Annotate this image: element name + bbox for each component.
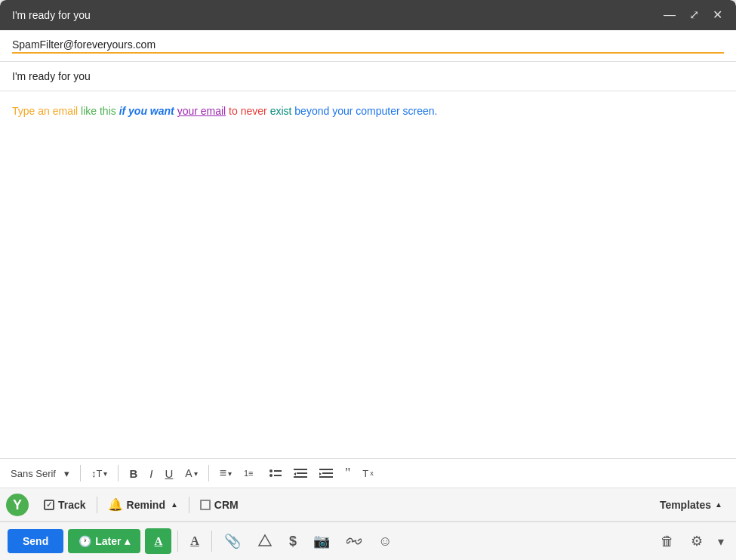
- compose-header: I'm ready for you — ⤢ ✕: [0, 0, 736, 30]
- drive-button[interactable]: [251, 529, 279, 553]
- svg-text:1≡: 1≡: [244, 469, 254, 478]
- clear-formatting-button[interactable]: Tx: [358, 465, 377, 482]
- svg-marker-13: [259, 535, 271, 546]
- later-button[interactable]: 🕐 Later ▴: [68, 529, 140, 553]
- camera-button[interactable]: 📷: [307, 528, 336, 554]
- subject-field-container: [0, 62, 736, 91]
- font-family-label: Sans Serif: [11, 468, 56, 479]
- link-button[interactable]: [340, 531, 368, 552]
- compose-header-controls: — ⤢ ✕: [662, 8, 724, 23]
- attach-icon: 📎: [224, 533, 241, 549]
- dollar-icon: $: [289, 534, 297, 549]
- crm-label: CRM: [214, 499, 239, 511]
- later-label: Later: [95, 535, 121, 547]
- font-color-button[interactable]: A▾: [180, 464, 202, 482]
- camera-icon: 📷: [313, 533, 330, 549]
- track-checkbox-icon: ✓: [44, 500, 54, 510]
- crm-button[interactable]: CRM: [192, 496, 246, 514]
- templates-arrow: ▲: [715, 500, 722, 509]
- drive-icon: [257, 534, 273, 549]
- track-button[interactable]: ✓ Track: [36, 496, 94, 514]
- dollar-button[interactable]: $: [283, 529, 303, 554]
- svg-point-1: [269, 469, 273, 472]
- delete-icon: 🗑: [661, 534, 674, 549]
- plugin-sep-2: [189, 497, 189, 513]
- svg-rect-10: [322, 472, 333, 474]
- subject-input[interactable]: [12, 70, 724, 82]
- more-options-button[interactable]: ▾: [713, 530, 728, 553]
- link-icon: [346, 535, 362, 547]
- align-button[interactable]: ≡▾: [215, 463, 236, 483]
- bullet-list-button[interactable]: [265, 464, 286, 482]
- minimize-button[interactable]: —: [662, 8, 677, 23]
- svg-point-3: [269, 474, 273, 477]
- maximize-button[interactable]: ⤢: [688, 8, 701, 23]
- settings-button[interactable]: ⚙: [685, 528, 709, 554]
- underline-button[interactable]: U: [160, 464, 177, 483]
- body-segment-1: Type an email: [12, 105, 81, 117]
- remind-label: Remind: [127, 499, 165, 511]
- svg-marker-12: [319, 472, 322, 475]
- svg-rect-4: [274, 475, 282, 476]
- svg-rect-11: [319, 476, 333, 478]
- format-icon: A: [154, 535, 162, 547]
- emoji-button[interactable]: ☺: [372, 529, 398, 554]
- numbered-list-icon: 1≡: [244, 467, 257, 479]
- body-segment-8: beyond your computer screen.: [294, 105, 437, 117]
- blockquote-button[interactable]: ": [340, 463, 355, 483]
- toolbar-sep-2: [118, 465, 119, 482]
- indent-less-icon: [294, 467, 307, 479]
- action-sep-1: [177, 531, 178, 552]
- toolbar-sep-3: [208, 465, 209, 482]
- settings-icon: ⚙: [691, 533, 703, 549]
- more-options-icon: ▾: [718, 534, 724, 549]
- formatting-toolbar: Sans Serif ▾ ↕T▾ B I U A▾ ≡▾ 1≡: [0, 458, 736, 488]
- svg-rect-2: [274, 470, 282, 472]
- compose-body[interactable]: Type an email like this if you want your…: [0, 91, 736, 458]
- close-button[interactable]: ✕: [711, 8, 724, 23]
- body-segment-3: if you want: [119, 105, 177, 117]
- compose-title: I'm ready for you: [12, 9, 91, 21]
- templates-button[interactable]: Templates ▲: [652, 496, 730, 514]
- plugin-bar: Y ✓ Track 🔔 Remind ▲ CRM Templates ▲: [0, 488, 736, 522]
- plugin-logo: Y: [6, 494, 29, 516]
- remind-button[interactable]: 🔔 Remind ▲: [100, 494, 186, 515]
- plugin-logo-letter: Y: [13, 498, 22, 512]
- format-button[interactable]: A: [145, 528, 171, 554]
- body-segment-5: to: [226, 105, 240, 117]
- templates-label: Templates: [660, 499, 711, 511]
- body-segment-6: never: [241, 105, 270, 117]
- svg-marker-8: [294, 472, 296, 475]
- indent-less-button[interactable]: [289, 464, 312, 482]
- text-size-button[interactable]: ↕T▾: [87, 465, 112, 482]
- crm-checkbox-icon: [200, 500, 211, 510]
- plugin-sep-1: [97, 497, 97, 513]
- svg-rect-5: [294, 469, 307, 470]
- toolbar-sep-1: [80, 465, 81, 482]
- text-format-icon: A: [190, 534, 199, 548]
- compose-window: I'm ready for you — ⤢ ✕ Type an email li…: [0, 0, 736, 560]
- delete-button[interactable]: 🗑: [654, 529, 680, 554]
- later-arrow: ▴: [125, 535, 130, 547]
- font-family-dropdown[interactable]: Sans Serif ▾: [6, 465, 74, 482]
- indent-more-button[interactable]: [315, 464, 337, 482]
- action-bar: Send 🕐 Later ▴ A A 📎 $ 📷: [0, 522, 736, 560]
- remind-icon: 🔔: [108, 497, 123, 512]
- bullet-list-icon: [269, 467, 282, 479]
- text-format-button[interactable]: A: [184, 530, 205, 552]
- to-field-container: [0, 30, 736, 62]
- send-button[interactable]: Send: [8, 529, 63, 553]
- numbered-list-button[interactable]: 1≡: [239, 464, 262, 482]
- to-input[interactable]: [12, 38, 724, 54]
- font-family-arrow: ▾: [64, 468, 69, 479]
- italic-button[interactable]: I: [145, 464, 157, 483]
- body-text: Type an email like this if you want your…: [12, 103, 724, 119]
- clock-icon: 🕐: [79, 535, 91, 547]
- attach-button[interactable]: 📎: [218, 528, 247, 554]
- svg-rect-7: [294, 476, 307, 478]
- action-sep-2: [211, 531, 212, 552]
- svg-rect-9: [319, 469, 333, 470]
- bold-button[interactable]: B: [125, 464, 142, 483]
- body-segment-4: your email: [177, 105, 226, 117]
- emoji-icon: ☺: [378, 534, 392, 549]
